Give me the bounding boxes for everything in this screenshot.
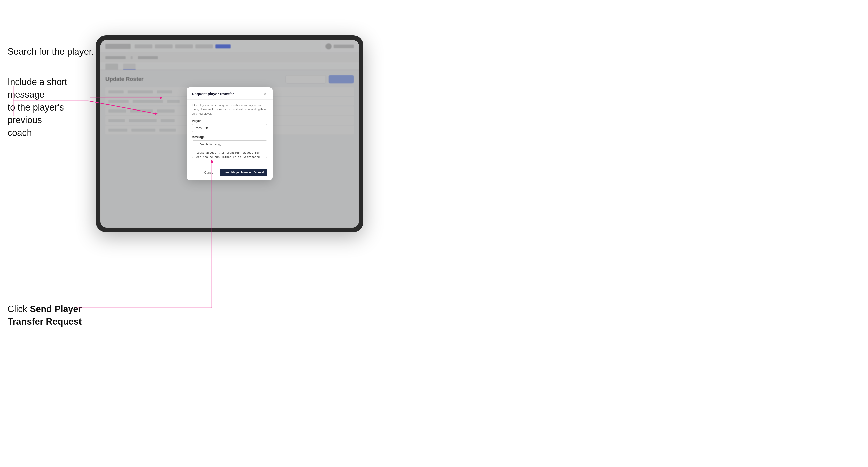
player-input[interactable] [192, 124, 268, 132]
modal-footer: Cancel Send Player Transfer Request [187, 165, 273, 180]
transfer-request-modal: Request player transfer ✕ If the player … [187, 87, 273, 180]
modal-overlay: Request player transfer ✕ If the player … [100, 40, 359, 227]
modal-title: Request player transfer [192, 92, 234, 96]
modal-close-button[interactable]: ✕ [262, 91, 268, 96]
message-field: Message Hi Coach McHarg, Please accept t… [192, 135, 268, 159]
annotation-click-text: Click Send Player Transfer Request [7, 303, 93, 328]
modal-body: If the player is transferring from anoth… [187, 100, 273, 166]
send-transfer-request-button[interactable]: Send Player Transfer Request [220, 168, 268, 176]
message-textarea[interactable]: Hi Coach McHarg, Please accept this tran… [192, 140, 268, 158]
annotation-message-text: Include a short message to the player's … [7, 76, 93, 139]
player-field: Player [192, 119, 268, 132]
tablet-screen: Update Roster [100, 40, 359, 227]
tablet-device: Update Roster [96, 35, 363, 232]
cancel-button[interactable]: Cancel [201, 169, 217, 176]
modal-description: If the player is transferring from anoth… [192, 103, 268, 116]
player-label: Player [192, 119, 268, 123]
annotation-search-text: Search for the player. [7, 45, 94, 58]
modal-header: Request player transfer ✕ [187, 87, 273, 100]
message-label: Message [192, 135, 268, 139]
